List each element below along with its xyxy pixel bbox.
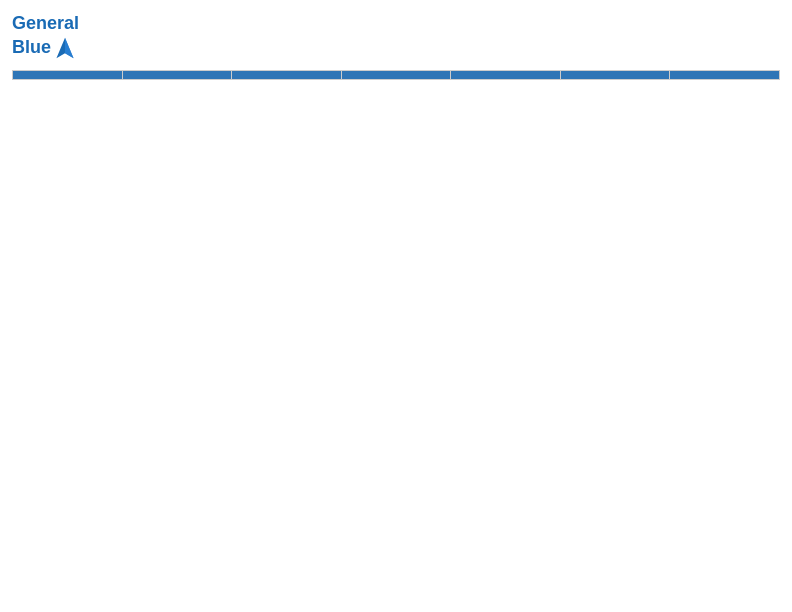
- header: General Blue: [12, 10, 780, 62]
- col-saturday: [670, 70, 780, 79]
- logo: General Blue: [12, 14, 79, 62]
- col-sunday: [13, 70, 123, 79]
- col-wednesday: [341, 70, 451, 79]
- col-thursday: [451, 70, 561, 79]
- calendar-header-row: [13, 70, 780, 79]
- logo-icon: [53, 34, 77, 62]
- svg-marker-1: [65, 38, 74, 59]
- calendar-table: [12, 70, 780, 602]
- calendar-container: General Blue: [0, 0, 792, 612]
- col-friday: [560, 70, 670, 79]
- logo-text: General: [12, 14, 79, 34]
- col-tuesday: [232, 70, 342, 79]
- logo-subtext: Blue: [12, 34, 79, 62]
- col-monday: [122, 70, 232, 79]
